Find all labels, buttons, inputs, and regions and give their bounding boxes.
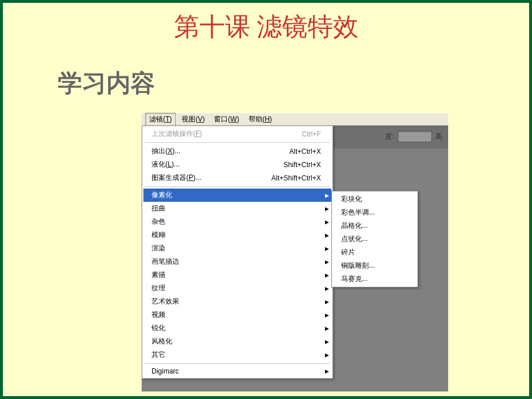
- menubar-view[interactable]: 视图(V): [178, 113, 208, 125]
- menu-texture[interactable]: 纹理 ▶: [143, 282, 331, 295]
- chevron-right-icon: ▶: [325, 206, 329, 212]
- menubar-window[interactable]: 窗口(W): [210, 113, 242, 125]
- menu-noise[interactable]: 杂色 ▶: [143, 215, 331, 228]
- pixelate-submenu: 彩块化 彩色半调... 晶格化... 点状化... 碎片 铜版雕刻... 马赛克…: [331, 191, 418, 287]
- menu-video[interactable]: 视频 ▶: [143, 308, 331, 322]
- submenu-fragment[interactable]: 碎片: [333, 246, 416, 259]
- filter-dropdown-menu: 上次滤镜操作(F) Ctrl+F 抽出(X)... Alt+Ctrl+X 液化(…: [142, 125, 333, 379]
- menu-brush-strokes[interactable]: 画笔描边 ▶: [143, 255, 331, 268]
- chevron-right-icon: ▶: [325, 326, 329, 331]
- menubar-help[interactable]: 帮助(H): [245, 113, 276, 125]
- toolbar-label-degree: 度:: [385, 132, 394, 142]
- menu-blur[interactable]: 模糊 ▶: [143, 228, 331, 242]
- page-title: 第十课 滤镜特效: [3, 3, 529, 44]
- menu-pixelate[interactable]: 像素化 ▶: [143, 189, 331, 202]
- chevron-right-icon: ▶: [325, 339, 329, 345]
- chevron-right-icon: ▶: [325, 246, 329, 252]
- chevron-right-icon: ▶: [325, 259, 329, 265]
- chevron-right-icon: ▶: [325, 272, 329, 278]
- submenu-mosaic[interactable]: 马赛克...: [333, 272, 416, 286]
- menu-last-filter: 上次滤镜操作(F) Ctrl+F: [143, 127, 331, 141]
- submenu-facet[interactable]: 彩块化: [333, 193, 416, 206]
- submenu-color-halftone[interactable]: 彩色半调...: [333, 206, 416, 219]
- toolbar-input[interactable]: [397, 131, 432, 142]
- menu-separator: [145, 186, 330, 187]
- menu-sketch[interactable]: 素描 ▶: [143, 268, 331, 282]
- chevron-right-icon: ▶: [325, 299, 329, 305]
- chevron-right-icon: ▶: [325, 312, 329, 318]
- app-screenshot: 滤镜(T) 视图(V) 窗口(W) 帮助(H) 度: 高 上次滤镜操作(F) C…: [142, 113, 448, 390]
- menu-other[interactable]: 其它 ▶: [143, 348, 331, 361]
- submenu-mezzotint[interactable]: 铜版雕刻...: [333, 259, 416, 272]
- menu-digimarc[interactable]: Digimarc ▶: [143, 365, 331, 377]
- menu-extract[interactable]: 抽出(X)... Alt+Ctrl+X: [143, 145, 331, 158]
- menu-pattern-maker[interactable]: 图案生成器(P)... Alt+Shift+Ctrl+X: [143, 171, 331, 184]
- chevron-right-icon: ▶: [325, 286, 329, 291]
- chevron-right-icon: ▶: [325, 232, 329, 238]
- menubar: 滤镜(T) 视图(V) 窗口(W) 帮助(H): [142, 113, 448, 125]
- toolbar-label-height: 高: [435, 132, 442, 142]
- chevron-right-icon: ▶: [325, 352, 329, 358]
- menu-distort[interactable]: 扭曲 ▶: [143, 202, 331, 215]
- menu-sharpen[interactable]: 锐化 ▶: [143, 322, 331, 335]
- chevron-right-icon: ▶: [325, 368, 329, 374]
- slide-background: 第十课 滤镜特效 学习内容 滤镜(T) 视图(V) 窗口(W) 帮助(H) 度:…: [3, 3, 529, 396]
- menu-separator: [145, 142, 330, 143]
- chevron-right-icon: ▶: [325, 219, 329, 225]
- menu-artistic[interactable]: 艺术效果 ▶: [143, 295, 331, 308]
- chevron-right-icon: ▶: [325, 193, 329, 198]
- menu-stylize[interactable]: 风格化 ▶: [143, 335, 331, 348]
- menubar-filter[interactable]: 滤镜(T): [145, 113, 176, 126]
- menu-liquify[interactable]: 液化(L)... Shift+Ctrl+X: [143, 158, 331, 171]
- submenu-crystallize[interactable]: 晶格化...: [333, 219, 416, 232]
- submenu-pointillize[interactable]: 点状化...: [333, 232, 416, 246]
- menu-separator: [145, 363, 330, 364]
- section-heading: 学习内容: [3, 44, 529, 99]
- menu-render[interactable]: 渲染 ▶: [143, 242, 331, 255]
